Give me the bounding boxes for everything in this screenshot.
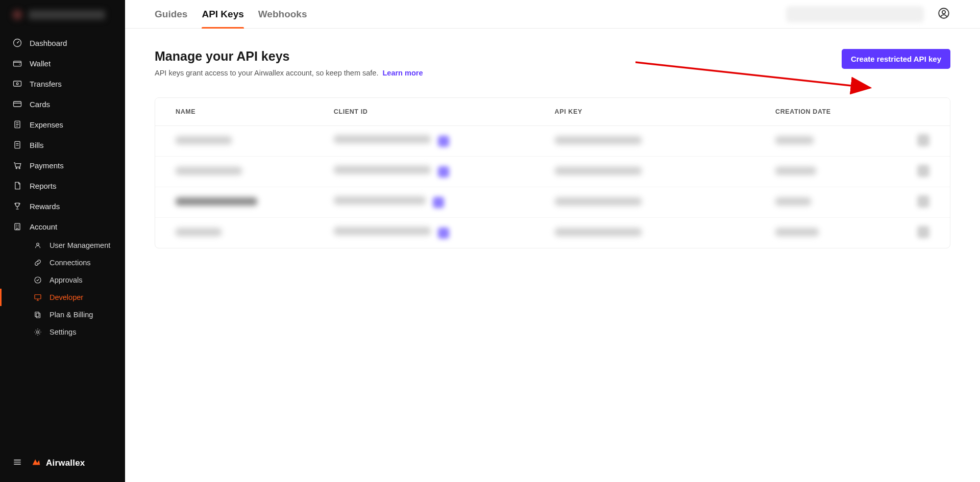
- svg-point-8: [16, 168, 17, 169]
- svg-rect-13: [35, 295, 41, 299]
- svg-rect-3: [14, 81, 21, 86]
- sidebar-item-label: Plan & Billing: [50, 311, 93, 319]
- sidebar-item-label: Wallet: [30, 59, 51, 68]
- table-row[interactable]: [155, 126, 950, 157]
- sidebar-item-account[interactable]: Account: [0, 216, 125, 237]
- api-keys-table: NAME CLIENT ID API KEY CREATION DATE: [155, 97, 950, 248]
- topbar: Guides API Keys Webhooks: [125, 0, 980, 29]
- svg-point-9: [19, 168, 20, 169]
- create-restricted-api-key-button[interactable]: Create restricted API key: [842, 49, 950, 69]
- sidebar-item-label: Payments: [30, 161, 64, 170]
- svg-point-4: [16, 83, 18, 85]
- sidebar-item-label: Developer: [50, 293, 83, 301]
- sidebar-subitem-user-management[interactable]: User Management: [0, 237, 125, 254]
- content: Manage your API keys API keys grant acce…: [125, 29, 980, 269]
- brand[interactable]: Airwallex: [31, 456, 85, 470]
- sidebar-subitem-plan-billing[interactable]: Plan & Billing: [0, 306, 125, 323]
- sidebar-item-label: Account: [30, 222, 57, 231]
- card-icon: [12, 99, 22, 109]
- nav-account-sub: User Management Connections Approvals De…: [0, 237, 125, 341]
- column-client-id: CLIENT ID: [313, 98, 534, 126]
- svg-rect-14: [36, 313, 40, 318]
- sidebar-item-label: Cards: [30, 100, 50, 109]
- airwallex-logo-icon: [31, 456, 42, 470]
- page-title: Manage your API keys: [155, 49, 423, 64]
- sidebar-item-label: Dashboard: [30, 39, 67, 47]
- org-selector[interactable]: [0, 0, 125, 30]
- table-row[interactable]: [155, 218, 950, 248]
- nav-main: Dashboard Wallet Transfers Cards Expense…: [0, 30, 125, 237]
- svg-point-18: [942, 10, 946, 13]
- copy-icon: [33, 310, 42, 319]
- tab-api-keys[interactable]: API Keys: [202, 0, 243, 28]
- sidebar-item-label: Connections: [50, 259, 91, 267]
- sidebar-item-label: Settings: [50, 328, 76, 336]
- receipt-icon: [12, 119, 22, 130]
- monitor-icon: [33, 293, 42, 302]
- sidebar-item-bills[interactable]: Bills: [0, 135, 125, 155]
- sidebar-footer: Airwallex: [0, 447, 125, 482]
- table-row[interactable]: [155, 187, 950, 218]
- sidebar-item-dashboard[interactable]: Dashboard: [0, 33, 125, 53]
- row-action-icon[interactable]: [917, 226, 929, 238]
- link-icon: [33, 258, 42, 267]
- gauge-icon: [12, 38, 22, 48]
- tab-label: Guides: [155, 9, 187, 20]
- page-header: Manage your API keys API keys grant acce…: [155, 49, 950, 77]
- menu-toggle[interactable]: [12, 457, 22, 469]
- sidebar: Dashboard Wallet Transfers Cards Expense…: [0, 0, 125, 482]
- account-chip[interactable]: [786, 6, 924, 22]
- sidebar-subitem-approvals[interactable]: Approvals: [0, 271, 125, 289]
- sidebar-item-label: Rewards: [30, 202, 60, 211]
- svg-rect-2: [14, 61, 21, 66]
- svg-point-1: [17, 42, 18, 43]
- wallet-icon: [12, 58, 22, 68]
- gear-icon: [33, 327, 42, 337]
- document-icon: [12, 181, 22, 191]
- table-row[interactable]: [155, 157, 950, 187]
- sidebar-item-transfers[interactable]: Transfers: [0, 73, 125, 94]
- row-action-icon[interactable]: [917, 134, 929, 146]
- building-icon: [12, 221, 22, 232]
- trophy-icon: [12, 201, 22, 211]
- cart-icon: [12, 160, 22, 170]
- learn-more-link[interactable]: Learn more: [382, 69, 423, 77]
- profile-icon[interactable]: [937, 7, 950, 22]
- svg-rect-7: [15, 141, 20, 148]
- sidebar-item-label: Transfers: [30, 80, 62, 88]
- row-action-icon[interactable]: [917, 165, 929, 177]
- tab-webhooks[interactable]: Webhooks: [258, 0, 307, 28]
- file-icon: [12, 140, 22, 150]
- svg-rect-15: [35, 312, 39, 317]
- page-subtitle: API keys grant access to your Airwallex …: [155, 69, 423, 77]
- sidebar-subitem-developer[interactable]: Developer: [0, 289, 125, 306]
- sidebar-item-wallet[interactable]: Wallet: [0, 53, 125, 73]
- row-action-icon[interactable]: [917, 195, 929, 208]
- sidebar-item-expenses[interactable]: Expenses: [0, 114, 125, 135]
- svg-rect-5: [14, 102, 21, 107]
- sidebar-item-label: Expenses: [30, 120, 63, 129]
- check-circle-icon: [33, 275, 42, 285]
- user-icon: [33, 241, 42, 250]
- column-name: NAME: [155, 98, 313, 126]
- subtitle-text: API keys grant access to your Airwallex …: [155, 69, 378, 77]
- svg-point-11: [37, 243, 39, 246]
- column-api-key: API KEY: [534, 98, 755, 126]
- sidebar-item-reports[interactable]: Reports: [0, 175, 125, 196]
- sidebar-item-rewards[interactable]: Rewards: [0, 196, 125, 216]
- sidebar-item-payments[interactable]: Payments: [0, 155, 125, 175]
- column-creation-date: CREATION DATE: [755, 98, 897, 126]
- svg-point-16: [37, 331, 39, 334]
- sidebar-subitem-settings[interactable]: Settings: [0, 323, 125, 341]
- main: Guides API Keys Webhooks Manage your API…: [125, 0, 980, 482]
- sidebar-item-cards[interactable]: Cards: [0, 94, 125, 114]
- tabs: Guides API Keys Webhooks: [155, 0, 307, 28]
- sidebar-subitem-connections[interactable]: Connections: [0, 254, 125, 271]
- sidebar-item-label: Reports: [30, 182, 57, 190]
- tab-guides[interactable]: Guides: [155, 0, 187, 28]
- transfer-icon: [12, 79, 22, 89]
- brand-label: Airwallex: [46, 458, 85, 468]
- sidebar-item-label: Approvals: [50, 276, 82, 284]
- tab-label: Webhooks: [258, 9, 307, 20]
- sidebar-item-label: Bills: [30, 141, 44, 149]
